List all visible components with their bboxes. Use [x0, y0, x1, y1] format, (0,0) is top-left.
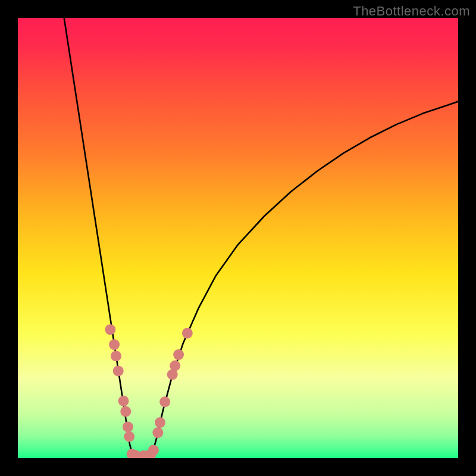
- data-point-marker: [152, 427, 163, 438]
- plot-area: [18, 18, 458, 458]
- gradient-background: [18, 18, 458, 458]
- attribution-label: TheBottleneck.com: [353, 4, 470, 19]
- data-point-marker: [159, 396, 170, 407]
- data-point-marker: [124, 431, 134, 442]
- data-point-marker: [170, 361, 180, 371]
- data-point-marker: [113, 365, 124, 376]
- data-point-marker: [173, 349, 184, 360]
- data-point-marker: [120, 406, 131, 417]
- data-point-marker: [148, 445, 159, 456]
- data-point-marker: [111, 350, 121, 361]
- chart-frame: TheBottleneck.com: [0, 0, 476, 476]
- data-point-marker: [105, 324, 115, 335]
- data-point-marker: [155, 417, 165, 428]
- data-point-marker: [109, 339, 120, 350]
- data-point-marker: [182, 328, 193, 339]
- data-point-marker: [118, 396, 129, 406]
- chart-svg: [18, 18, 458, 458]
- data-point-marker: [123, 421, 133, 432]
